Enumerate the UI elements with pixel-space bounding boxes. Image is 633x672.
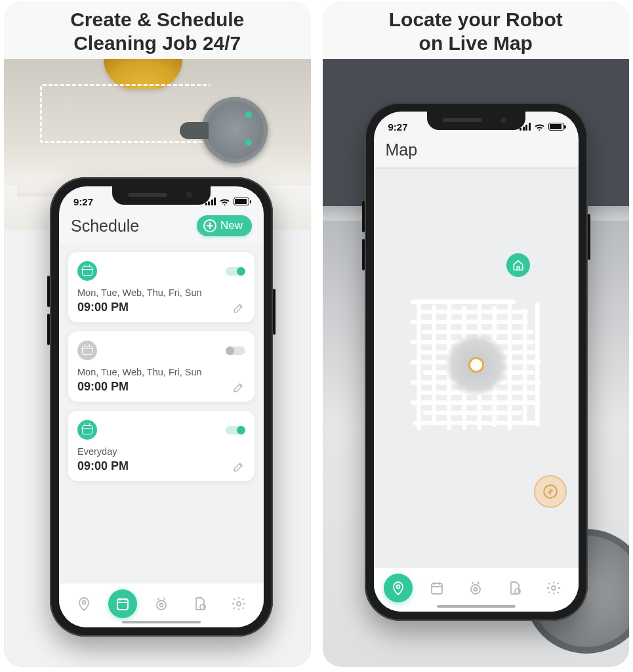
map-pin-icon [390, 580, 406, 596]
plus-icon [203, 219, 216, 232]
status-time: 9:27 [73, 196, 93, 207]
schedule-time: 09:00 PM [77, 380, 129, 394]
svg-point-2 [157, 600, 166, 610]
phone-notch [112, 186, 211, 205]
panel-title-line1: Create & Schedule [70, 9, 244, 30]
gear-icon [546, 580, 562, 596]
schedule-card[interactable]: Mon, Tue, Web, Thu, Fri, Sun 09:00 PM [68, 252, 255, 322]
phone-screen-schedule: 9:27 Schedule New [59, 186, 264, 627]
nav-reports-tab[interactable] [186, 589, 214, 618]
schedule-toggle[interactable] [226, 346, 245, 355]
svg-rect-1 [117, 599, 128, 610]
schedule-time: 09:00 PM [77, 301, 129, 314]
calendar-icon [77, 420, 97, 440]
edit-icon[interactable] [232, 301, 245, 314]
volume-down-button [362, 239, 365, 270]
home-indicator [122, 621, 201, 623]
nav-map-tab[interactable] [70, 589, 98, 618]
promo-panel-schedule: Create & Schedule Cleaning Job 24/7 9:27 [4, 1, 311, 667]
schedule-toggle[interactable] [226, 426, 245, 434]
svg-point-7 [397, 585, 400, 588]
svg-point-10 [474, 587, 478, 591]
nav-robot-tab[interactable] [461, 574, 490, 602]
panel-title-line2: Cleaning Job 24/7 [73, 32, 241, 54]
calendar-icon [77, 261, 97, 281]
schedule-list[interactable]: Mon, Tue, Web, Thu, Fri, Sun 09:00 PM Mo… [59, 244, 264, 583]
calendar-icon [429, 580, 445, 596]
status-icons [520, 123, 564, 131]
schedule-card[interactable]: Mon, Tue, Web, Thu, Fri, Sun 09:00 PM [68, 331, 255, 402]
status-icons [205, 198, 250, 206]
nav-settings-tab[interactable] [224, 589, 253, 618]
panel-title-line1: Locate your Robot [389, 9, 563, 30]
battery-icon [234, 198, 249, 205]
calendar-icon [77, 341, 97, 360]
volume-down-button [47, 314, 50, 345]
nav-schedule-tab[interactable] [108, 589, 137, 618]
recenter-button[interactable] [534, 475, 567, 508]
panel-title: Locate your Robot on Live Map [323, 1, 630, 60]
gear-icon [231, 596, 247, 612]
document-icon [507, 580, 523, 596]
phone-screen-map: 9:27 Map [374, 112, 579, 612]
nav-schedule-tab[interactable] [422, 574, 451, 602]
volume-up-button [362, 201, 365, 232]
wifi-icon [534, 123, 545, 131]
nav-settings-tab[interactable] [539, 574, 568, 602]
new-schedule-button[interactable]: New [197, 215, 252, 236]
schedule-toggle[interactable] [226, 267, 245, 276]
map-pin-icon [76, 596, 92, 612]
edit-icon[interactable] [232, 460, 245, 473]
status-time: 9:27 [388, 121, 408, 133]
screen-header: Schedule New [59, 213, 264, 244]
svg-point-5 [237, 602, 241, 606]
home-icon [512, 259, 525, 272]
nav-reports-tab[interactable] [500, 574, 529, 602]
robot-icon [468, 580, 483, 596]
volume-up-button [47, 276, 50, 307]
power-button [588, 214, 590, 260]
phone-notch [427, 112, 525, 130]
robot-led-icon [245, 112, 252, 118]
live-map-canvas[interactable] [374, 168, 579, 567]
calendar-icon [115, 596, 131, 612]
robot-led-icon [245, 139, 252, 146]
robot-icon [153, 596, 169, 612]
document-icon [192, 596, 208, 612]
svg-point-3 [159, 603, 163, 606]
schedule-time: 09:00 PM [77, 459, 129, 473]
phone-frame: 9:27 Schedule New [50, 177, 273, 637]
phone-frame: 9:27 Map [365, 102, 588, 621]
nav-map-tab[interactable] [384, 574, 413, 602]
compass-icon [542, 483, 559, 500]
schedule-days: Everyday [77, 446, 245, 457]
robot-vacuum-illustration [202, 97, 268, 163]
panel-title: Create & Schedule Cleaning Job 24/7 [4, 1, 311, 60]
svg-point-0 [82, 600, 85, 604]
promo-panel-map: Locate your Robot on Live Map 9:27 Map [323, 1, 630, 667]
edit-icon[interactable] [232, 381, 245, 394]
screen-header: Map [374, 138, 579, 167]
home-dock-pin[interactable] [506, 253, 530, 277]
screen-title: Map [386, 140, 418, 159]
home-indicator [437, 605, 516, 608]
panel-title-line2: on Live Map [419, 32, 533, 54]
robot-handle [180, 122, 209, 139]
wifi-icon [219, 198, 230, 206]
schedule-days: Mon, Tue, Web, Thu, Fri, Sun [77, 287, 245, 298]
schedule-days: Mon, Tue, Web, Thu, Fri, Sun [77, 367, 245, 377]
nav-robot-tab[interactable] [147, 589, 176, 618]
svg-point-12 [552, 586, 556, 590]
screen-title: Schedule [71, 217, 139, 236]
svg-rect-8 [432, 583, 442, 594]
robot-location-marker[interactable] [445, 333, 508, 396]
svg-point-9 [471, 585, 480, 594]
power-button [273, 289, 276, 335]
schedule-card[interactable]: Everyday 09:00 PM [68, 411, 255, 481]
new-button-label: New [220, 219, 243, 232]
battery-icon [548, 123, 564, 131]
